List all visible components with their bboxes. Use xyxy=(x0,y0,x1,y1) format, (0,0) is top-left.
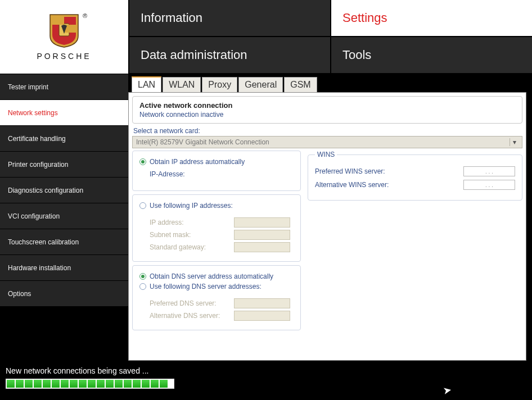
radio-unchecked-icon xyxy=(139,283,146,290)
preferred-dns-label: Preferred DNS server: xyxy=(150,299,234,307)
gateway-input[interactable] xyxy=(234,242,290,252)
sidebar-item-label: Hardware installation xyxy=(8,264,71,272)
netcard-select-value: Intel(R) 82579V Gigabit Network Connecti… xyxy=(136,138,269,146)
alternative-wins-input[interactable]: . . . xyxy=(463,180,515,190)
tab-general[interactable]: General xyxy=(238,77,283,92)
progress-segment xyxy=(124,380,132,388)
tab-lan[interactable]: LAN xyxy=(132,76,161,92)
sidebar-item-touchscreen-calibration[interactable]: Touchscreen calibration xyxy=(0,229,128,255)
progress-segment xyxy=(70,380,78,388)
settings-panel: Active network connection Network connec… xyxy=(128,92,526,361)
progress-segment xyxy=(43,380,51,388)
radio-ip-auto[interactable]: Obtain IP address automatically xyxy=(139,158,294,166)
active-connection-status: Network connection inactive xyxy=(139,111,515,119)
progress-bar xyxy=(6,379,174,389)
active-connection-group: Active network connection Network connec… xyxy=(132,96,522,124)
progress-segment xyxy=(52,380,60,388)
tab-wlan[interactable]: WLAN xyxy=(163,77,201,92)
sidebar-item-options[interactable]: Options xyxy=(0,281,128,307)
alternative-wins-label: Alternative WINS server: xyxy=(315,181,389,189)
radio-label: Obtain IP address automatically xyxy=(150,158,245,166)
progress-segment xyxy=(97,380,105,388)
radio-label: Use following IP addresses: xyxy=(150,202,233,210)
preferred-wins-label: Preferred WINS server: xyxy=(315,167,385,175)
progress-segment xyxy=(25,380,33,388)
sidebar-item-label: Diagnostics configuration xyxy=(8,187,83,194)
ip-address-label: IP address: xyxy=(150,219,234,226)
sidebar-item-network-settings[interactable]: Network settings xyxy=(0,100,128,126)
progress-segment xyxy=(7,380,15,388)
sidebar-item-printer-configuration[interactable]: Printer configuration xyxy=(0,152,128,178)
ip-auto-group: Obtain IP address automatically IP-Adres… xyxy=(132,151,301,191)
status-text: New network connections being saved ... xyxy=(6,366,532,375)
sidebar-item-label: Tester imprint xyxy=(8,83,48,91)
radio-checked-icon xyxy=(139,158,146,165)
sidebar-item-label: Certificate handling xyxy=(8,135,66,143)
progress-segment xyxy=(151,380,159,388)
ip-manual-group: Use following IP addresses: IP address: … xyxy=(132,194,301,262)
nav-information[interactable]: Information xyxy=(128,0,330,37)
sidebar-item-label: Options xyxy=(8,290,31,298)
subnet-label: Subnet mask: xyxy=(150,231,234,239)
progress-segment xyxy=(160,380,168,388)
sidebar-item-label: Touchscreen calibration xyxy=(8,238,79,246)
progress-segment xyxy=(79,380,87,388)
dns-group: Obtain DNS server address automatically … xyxy=(132,265,301,330)
radio-label: Obtain DNS server address automatically xyxy=(150,272,273,280)
sidebar: Tester imprint Network settings Certific… xyxy=(0,74,128,361)
svg-rect-1 xyxy=(52,17,64,25)
status-area: New network connections being saved ... xyxy=(0,361,532,389)
ip-address-input[interactable] xyxy=(234,217,290,228)
brand-wordmark: PORSCHE xyxy=(37,52,91,61)
radio-ip-manual[interactable]: Use following IP addresses: xyxy=(139,202,294,210)
sidebar-item-vci-configuration[interactable]: VCI configuration xyxy=(0,203,128,229)
sidebar-item-hardware-installation[interactable]: Hardware installation xyxy=(0,255,128,281)
progress-segment xyxy=(115,380,123,388)
alternative-dns-label: Alternative DNS server: xyxy=(150,312,234,320)
progress-segment xyxy=(34,380,42,388)
tab-gsm[interactable]: GSM xyxy=(284,77,317,92)
wins-group: WINS Preferred WINS server: . . . Altern… xyxy=(308,151,522,201)
brand-logo-cell: ® PORSCHE xyxy=(0,0,128,74)
preferred-wins-input[interactable]: . . . xyxy=(463,166,515,176)
chevron-down-icon: ▾ xyxy=(510,138,519,146)
wins-legend: WINS xyxy=(315,151,337,158)
sidebar-item-label: VCI configuration xyxy=(8,212,60,220)
radio-dns-auto[interactable]: Obtain DNS server address automatically xyxy=(139,272,294,280)
alternative-dns-input[interactable] xyxy=(234,311,290,321)
netcard-label: Select a network card: xyxy=(133,127,522,135)
tab-proxy[interactable]: Proxy xyxy=(202,77,237,92)
radio-unchecked-icon xyxy=(139,202,146,209)
porsche-crest-icon: ® xyxy=(49,13,79,48)
progress-segment xyxy=(106,380,114,388)
sidebar-item-certificate-handling[interactable]: Certificate handling xyxy=(0,126,128,152)
progress-segment xyxy=(88,380,96,388)
radio-checked-icon xyxy=(139,273,146,280)
radio-label: Use following DNS server addresses: xyxy=(150,283,262,290)
radio-dns-manual[interactable]: Use following DNS server addresses: xyxy=(139,283,294,290)
progress-segment xyxy=(61,380,69,388)
sidebar-item-label: Network settings xyxy=(8,109,58,117)
sidebar-item-label: Printer configuration xyxy=(8,161,68,169)
sidebar-item-diagnostics-configuration[interactable]: Diagnostics configuration xyxy=(0,178,128,203)
progress-segment xyxy=(142,380,150,388)
nav-tools[interactable]: Tools xyxy=(330,37,532,74)
ip-adresse-label: IP-Adresse: xyxy=(150,170,234,178)
sidebar-item-tester-imprint[interactable]: Tester imprint xyxy=(0,74,128,100)
gateway-label: Standard gateway: xyxy=(150,243,234,251)
tab-bar: LAN WLAN Proxy General GSM xyxy=(128,76,532,92)
progress-segment xyxy=(133,380,141,388)
active-connection-title: Active network connection xyxy=(139,101,515,110)
subnet-input[interactable] xyxy=(234,230,290,240)
nav-settings[interactable]: Settings xyxy=(330,0,532,37)
nav-data-administration[interactable]: Data administration xyxy=(128,37,330,74)
progress-segment xyxy=(16,380,24,388)
preferred-dns-input[interactable] xyxy=(234,298,290,308)
registered-icon: ® xyxy=(83,12,87,19)
netcard-select[interactable]: Intel(R) 82579V Gigabit Network Connecti… xyxy=(132,136,522,148)
